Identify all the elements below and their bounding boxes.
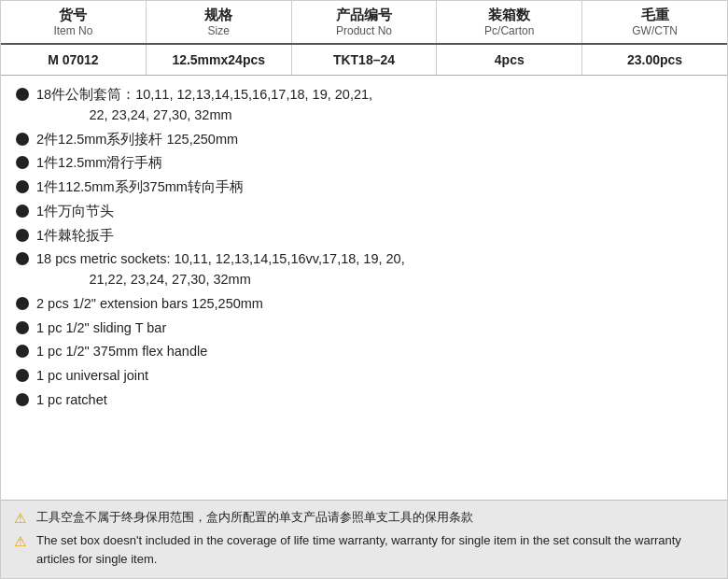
warning-icon: ⚠: [14, 508, 33, 530]
list-item: 1 pc 1/2" sliding T bar: [16, 318, 712, 339]
list-item: 1件棘轮扳手: [16, 226, 712, 247]
cell-gw-ctn: 23.00pcs: [582, 45, 727, 75]
header-gw-ctn-zh: 毛重: [641, 7, 669, 24]
header-item-no-en: Item No: [53, 24, 92, 37]
bullet-text: 1件棘轮扳手: [36, 226, 114, 247]
bullet-dot: [16, 88, 29, 101]
list-item: 1件112.5mm系列375mm转向手柄: [16, 177, 712, 198]
table-header: 货号 Item No 规格 Size 产品编号 Product No 装箱数 P…: [1, 1, 727, 45]
bullet-dot: [16, 345, 29, 358]
table-data-row: M 07012 12.5mmx24pcs TKT18–24 4pcs 23.00…: [1, 45, 727, 76]
bullet-dot: [16, 321, 29, 334]
bullet-text: 1 pc ratchet: [36, 390, 107, 411]
header-size: 规格 Size: [147, 1, 292, 43]
list-item: 1件12.5mm滑行手柄: [16, 153, 712, 174]
header-item-no-zh: 货号: [59, 7, 87, 24]
header-pc-carton-zh: 装箱数: [488, 7, 530, 24]
bullet-dot: [16, 369, 29, 382]
bullet-text: 2件12.5mm系列接杆 125,250mm: [36, 130, 238, 150]
product-details: 18件公制套筒：10,11, 12,13,14,15,16,17,18, 19,…: [1, 76, 727, 500]
cell-pc-carton: 4pcs: [437, 45, 582, 75]
cell-size: 12.5mmx24pcs: [147, 45, 292, 75]
product-card: 货号 Item No 规格 Size 产品编号 Product No 装箱数 P…: [0, 0, 728, 579]
bullet-text: 1 pc universal joint: [36, 366, 148, 387]
warning-text: 工具空盒不属于终身保用范围，盒内所配置的单支产品请参照单支工具的保用条款: [36, 508, 473, 527]
bullet-text: 2 pcs 1/2" extension bars 125,250mm: [36, 294, 263, 315]
list-item: 1 pc 1/2" 375mm flex handle: [16, 342, 712, 362]
warning-footer: ⚠工具空盒不属于终身保用范围，盒内所配置的单支产品请参照单支工具的保用条款⚠Th…: [1, 500, 727, 579]
bullet-text: 1件12.5mm滑行手柄: [36, 153, 162, 174]
bullet-dot: [16, 180, 29, 193]
list-item: 18件公制套筒：10,11, 12,13,14,15,16,17,18, 19,…: [16, 85, 712, 126]
header-pc-carton: 装箱数 Pc/Carton: [437, 1, 582, 43]
warning-icon: ⚠: [14, 531, 33, 553]
list-item: 1件万向节头: [16, 202, 712, 222]
list-item: 2件12.5mm系列接杆 125,250mm: [16, 130, 712, 150]
bullet-text: 1件112.5mm系列375mm转向手柄: [36, 177, 244, 198]
bullet-dot: [16, 156, 29, 169]
header-gw-ctn: 毛重 GW/CTN: [582, 1, 727, 43]
bullet-text: 1 pc 1/2" 375mm flex handle: [36, 342, 207, 362]
list-item: 1 pc ratchet: [16, 390, 712, 411]
header-product-no: 产品编号 Product No: [292, 1, 438, 43]
header-gw-ctn-en: GW/CTN: [632, 24, 678, 37]
warning-line: ⚠工具空盒不属于终身保用范围，盒内所配置的单支产品请参照单支工具的保用条款: [14, 508, 714, 530]
bullet-dot: [16, 393, 29, 406]
warning-line: ⚠The set box doesn't included in the cov…: [14, 531, 714, 568]
bullet-dot: [16, 297, 29, 310]
bullet-dot: [16, 229, 29, 242]
bullet-text: 1件万向节头: [36, 202, 114, 222]
bullet-text: 18 pcs metric sockets: 10,11, 12,13,14,1…: [36, 249, 405, 290]
list-item: 1 pc universal joint: [16, 366, 712, 387]
cell-item-no: M 07012: [1, 45, 147, 75]
bullet-text: 1 pc 1/2" sliding T bar: [36, 318, 166, 339]
cell-product-no: TKT18–24: [292, 45, 438, 75]
warning-text: The set box doesn't included in the cove…: [36, 531, 714, 568]
header-product-no-zh: 产品编号: [336, 7, 392, 24]
header-pc-carton-en: Pc/Carton: [484, 24, 534, 37]
header-item-no: 货号 Item No: [1, 1, 147, 43]
bullet-text: 18件公制套筒：10,11, 12,13,14,15,16,17,18, 19,…: [36, 85, 372, 126]
bullet-dot: [16, 133, 29, 146]
bullet-dot: [16, 252, 29, 265]
list-item: 18 pcs metric sockets: 10,11, 12,13,14,1…: [16, 249, 712, 290]
header-size-en: Size: [208, 24, 230, 37]
bullet-dot: [16, 205, 29, 218]
header-size-zh: 规格: [204, 7, 232, 24]
header-product-no-en: Product No: [336, 24, 392, 37]
list-item: 2 pcs 1/2" extension bars 125,250mm: [16, 294, 712, 315]
